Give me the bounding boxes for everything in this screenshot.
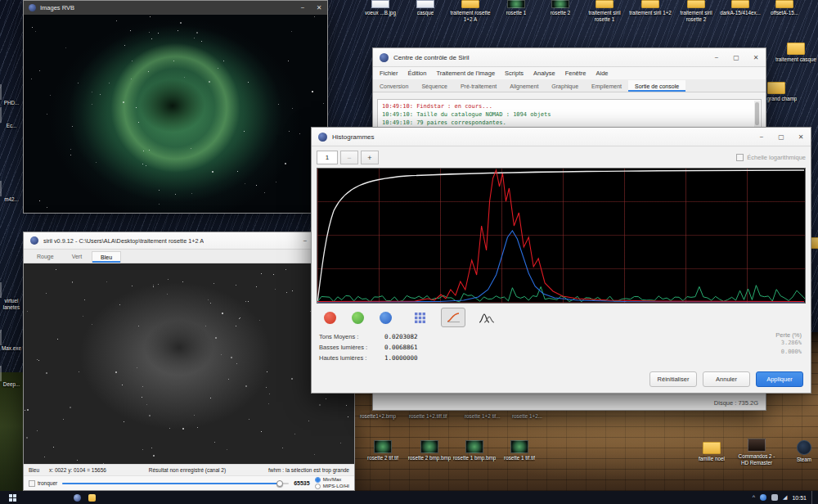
menu-fenetre[interactable]: Fenêtre [560,68,591,79]
radio-minmax[interactable]: Min/Max [315,477,349,483]
menu-analyse[interactable]: Analyse [528,68,560,79]
file-icon [416,0,434,8]
red-channel-button[interactable] [317,308,343,327]
curve-toggle-button[interactable] [441,308,465,327]
auto-stretch-button[interactable] [474,308,499,327]
siril-titlebar[interactable]: siril v0.9.12 - C:\Users\ALA\Desktop\tra… [24,232,354,250]
desktop-icon[interactable]: famille noel [690,442,734,462]
control-center-titlebar[interactable]: Centre de contrôle de Siril − ▢ ✕ [373,48,766,67]
tray-app-icon[interactable] [771,494,778,501]
radio-mips[interactable]: MIPS-LO/HI [315,484,349,489]
desktop-file-label[interactable]: rosette 1+2 tif... [465,413,501,419]
close-icon[interactable]: ✕ [791,128,811,146]
desktop-icon[interactable]: voeux ...B.jpg [358,0,402,16]
desktop-icon[interactable]: PHD... [0,85,23,106]
slider-handle[interactable] [276,480,283,487]
desktop-icon[interactable]: Max.exe [0,331,23,352]
taskbar-clock[interactable]: 10:51 [792,495,807,501]
shadows-value[interactable]: 0.0068861 [384,344,418,351]
tab-vert[interactable]: Vert [64,251,90,263]
blue-channel-button[interactable] [372,308,398,327]
log-scale-checkbox[interactable]: Échelle logarithmique [736,154,806,161]
desktop-icon[interactable]: rosette 1 [494,0,538,16]
apply-button[interactable]: Appliquer [756,371,803,387]
tab-pretraitement[interactable]: Pré-traitement [454,80,503,92]
desktop-icon[interactable]: traitement casque [774,43,818,63]
desktop-file-label[interactable]: rosette1+2.bmp [360,413,396,419]
red-histogram [317,170,804,302]
scrollbar-thumb[interactable] [755,102,759,125]
tab-bleu[interactable]: Bleu [92,251,121,263]
desktop-file-label[interactable]: rosette 1+2.tiff.tif [409,413,447,419]
minimize-icon[interactable]: − [707,48,726,66]
folder-icon [775,0,793,8]
menu-edition[interactable]: Édition [403,68,432,79]
desktop-icon[interactable]: traitement siril 1+2 [628,0,672,16]
desktop-icon[interactable]: casque [403,0,447,16]
desktop-icon[interactable]: rosette 2 bmp.bmp [407,440,452,461]
network-icon[interactable]: ◢ [783,491,787,504]
desktop-icon[interactable]: traitement siril rosette 2 [674,0,718,22]
desktop-icon[interactable]: Ec... [0,108,23,129]
tray-expand-icon[interactable]: ^ [753,491,755,504]
menu-scripts[interactable]: Scripts [500,68,528,79]
maximize-icon[interactable]: ▢ [726,48,746,66]
menu-aide[interactable]: Aide [591,68,614,79]
desktop-icon[interactable]: rosette 1 tif.tif [497,440,542,461]
tab-sortie-console[interactable]: Sortie de console [628,80,685,92]
midtones-value[interactable]: 0.0203082 [384,333,418,340]
loss-value: 3.286% [775,339,802,348]
desktop-icon-label: Commandos 2 - HD Remaster [735,453,779,466]
desktop-icon[interactable]: traitement siril rosette 1 [582,0,627,22]
histogram-plot[interactable] [317,168,806,304]
bin-spin-value[interactable]: 1 [317,151,338,164]
spin-minus-button[interactable]: − [340,151,358,164]
desktop-icon[interactable]: darkA-15/414ex... [718,0,762,16]
tray-app-icon[interactable] [760,494,766,501]
level-slider[interactable] [62,479,289,488]
desktop-icon[interactable]: rosette 2 [538,0,582,16]
menu-fichier[interactable]: Fichier [375,68,403,79]
menu-traitement[interactable]: Traitement de l'image [431,68,500,79]
game-icon [748,439,766,452]
tab-empilement[interactable]: Empilement [585,80,628,92]
tab-graphique[interactable]: Graphique [545,80,585,92]
tab-conversion[interactable]: Conversion [373,80,415,92]
truncate-checkbox[interactable]: tronquer [29,480,57,487]
grid-toggle-button[interactable] [407,308,432,327]
taskbar-app-siril[interactable] [70,491,84,504]
minimize-icon[interactable]: − [294,1,311,15]
maximize-icon[interactable]: ▢ [771,128,791,146]
siril-image[interactable] [24,263,354,464]
desktop-icon[interactable]: Steam [782,440,818,463]
reset-button[interactable]: Réinitialiser [649,371,697,387]
spin-plus-button[interactable]: + [361,151,379,164]
desktop-icon-label: famille noel [699,456,725,462]
close-icon[interactable]: ✕ [746,48,766,66]
minimize-icon[interactable]: − [752,128,771,146]
desktop-file-label[interactable]: rosette 1+2... [512,413,542,419]
tab-sequence[interactable]: Séquence [415,80,454,92]
desktop-icon[interactable]: m42... [0,182,23,203]
show-desktop-button[interactable] [811,491,816,504]
start-button[interactable] [2,491,22,504]
folder-icon [461,0,479,8]
tab-alignement[interactable]: Alignement [503,80,545,92]
rvb-image[interactable] [24,15,327,213]
desktop-icon[interactable]: Commandos 2 - HD Remaster [735,439,779,466]
desktop-icon[interactable]: traitement rosette 1+2 A [448,0,492,22]
desktop-icon[interactable]: Deep... [0,367,23,388]
highlights-value[interactable]: 1.0000000 [384,354,418,362]
desktop-icon[interactable]: rosette 2 tif.tif [361,440,405,461]
taskbar-app-explorer[interactable] [84,491,99,504]
desktop-icon[interactable]: virtuel lanetes [0,283,23,310]
tab-rouge[interactable]: Rouge [29,251,62,263]
images-rvb-titlebar[interactable]: Images RVB − ✕ [24,1,327,15]
cancel-button[interactable]: Annuler [703,371,750,387]
desktop-icon[interactable]: rosette 1 bmp.bmp [452,440,497,461]
loss-value: 0.000% [775,348,802,357]
histogram-titlebar[interactable]: Histogrammes − ▢ ✕ [312,128,811,146]
green-channel-button[interactable] [344,308,371,327]
close-icon[interactable]: ✕ [311,1,327,15]
desktop-icon[interactable]: offsetA-15... [762,0,807,16]
